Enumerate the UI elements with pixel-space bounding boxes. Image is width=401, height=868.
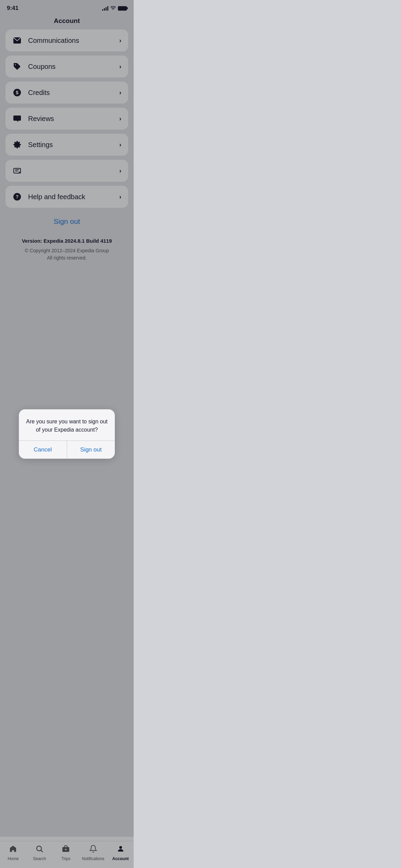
modal-overlay: Are you sure you want to sign out of you… <box>0 0 134 305</box>
